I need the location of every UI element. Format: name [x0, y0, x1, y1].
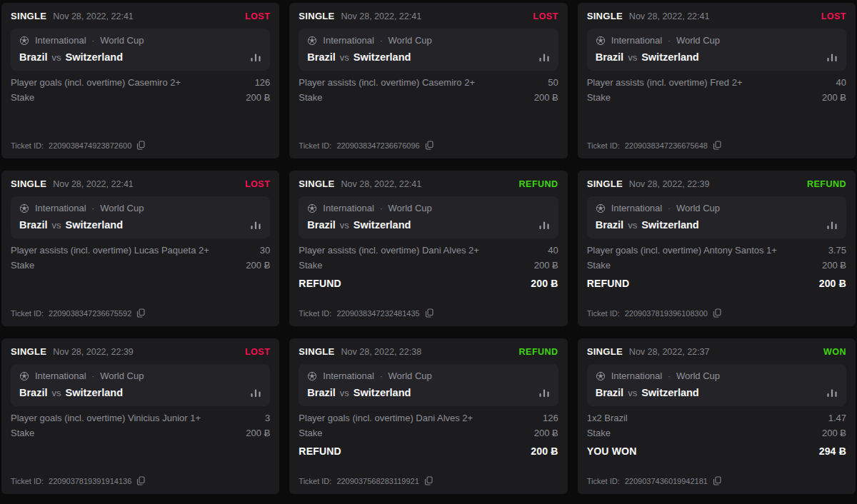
bet-selection-row: Player goals (incl. overtime) Dani Alves…: [299, 413, 558, 424]
stake-value: 200 Ƀ: [822, 93, 846, 104]
bet-timestamp: Nov 28, 2022, 22:39: [53, 347, 134, 357]
copy-icon[interactable]: [425, 141, 433, 150]
soccer-ball-icon: [307, 203, 317, 213]
match-stats-icon[interactable]: [250, 221, 261, 230]
ticket-id-value: 2209037568283119921: [336, 477, 419, 485]
match-box[interactable]: International · World Cup Brazil vs Swit…: [299, 364, 558, 406]
vs-label: vs: [340, 388, 349, 398]
match-box[interactable]: International · World Cup Brazil vs Swit…: [11, 364, 270, 406]
bet-card[interactable]: SINGLE Nov 28, 2022, 22:41 LOST Internat…: [1, 171, 279, 326]
match-stats-icon[interactable]: [250, 53, 261, 62]
vs-label: vs: [628, 220, 637, 231]
stake-label: Stake: [11, 261, 34, 271]
bet-details: Player goals (incl. overtime) Antony San…: [587, 246, 846, 289]
match-box[interactable]: International · World Cup Brazil vs Swit…: [587, 29, 846, 71]
bet-type-label: SINGLE: [11, 178, 46, 189]
ticket-id-label: Ticket ID:: [11, 141, 44, 150]
card-header: SINGLE Nov 28, 2022, 22:39 LOST: [11, 346, 270, 357]
bet-odds-value: 30: [260, 246, 270, 256]
bet-card[interactable]: SINGLE Nov 28, 2022, 22:38 REFUND Intern…: [289, 338, 567, 494]
match-box[interactable]: International · World Cup Brazil vs Swit…: [11, 29, 270, 71]
match-box[interactable]: International · World Cup Brazil vs Swit…: [587, 364, 846, 406]
match-box[interactable]: International · World Cup Brazil vs Swit…: [587, 196, 846, 238]
league-separator: ·: [380, 204, 383, 213]
vs-label: vs: [340, 52, 349, 63]
bet-odds-value: 126: [255, 78, 271, 89]
home-team: Brazil: [307, 387, 336, 398]
copy-icon[interactable]: [136, 476, 145, 485]
soccer-ball-icon: [307, 36, 317, 46]
stake-value: 200 Ƀ: [822, 428, 846, 439]
ticket-id-value: 2209037819396108300: [625, 309, 708, 318]
ticket-id-label: Ticket ID:: [587, 141, 620, 150]
result-label: YOU WON: [587, 445, 637, 457]
copy-icon[interactable]: [713, 141, 721, 150]
ticket-row: Ticket ID: 2209038474923872600: [11, 141, 270, 150]
league-separator: ·: [92, 372, 95, 380]
soccer-ball-icon: [19, 36, 29, 46]
card-header: SINGLE Nov 28, 2022, 22:41 REFUND: [299, 178, 558, 189]
result-row: REFUND 200 Ƀ: [299, 445, 558, 457]
copy-icon[interactable]: [424, 476, 433, 485]
result-value: 200 Ƀ: [531, 445, 558, 457]
match-stats-icon[interactable]: [538, 53, 550, 62]
match-box[interactable]: International · World Cup Brazil vs Swit…: [299, 196, 558, 238]
match-stats-icon[interactable]: [538, 388, 550, 398]
home-team: Brazil: [19, 219, 48, 231]
result-row: REFUND 200 Ƀ: [299, 278, 558, 289]
bet-type-label: SINGLE: [11, 11, 46, 21]
copy-icon[interactable]: [136, 141, 145, 150]
stake-row: Stake 200 Ƀ: [11, 428, 270, 439]
result-row: REFUND 200 Ƀ: [587, 278, 846, 289]
bet-odds-value: 1.47: [828, 413, 846, 424]
away-team: Switzerland: [354, 219, 411, 231]
status-badge: LOST: [821, 11, 846, 21]
soccer-ball-icon: [19, 203, 29, 213]
copy-icon[interactable]: [136, 308, 145, 318]
ticket-row: Ticket ID: 2209037819396108300: [587, 308, 846, 318]
match-box[interactable]: International · World Cup Brazil vs Swit…: [11, 196, 270, 238]
ticket-id-label: Ticket ID:: [11, 477, 44, 485]
league-region: International: [35, 203, 86, 213]
bet-card[interactable]: SINGLE Nov 28, 2022, 22:39 REFUND Intern…: [578, 171, 856, 326]
bet-selection-row: Player assists (incl. overtime) Lucas Pa…: [11, 246, 270, 256]
copy-icon[interactable]: [425, 308, 433, 318]
bet-card[interactable]: SINGLE Nov 28, 2022, 22:39 LOST Internat…: [1, 338, 279, 494]
bet-card[interactable]: SINGLE Nov 28, 2022, 22:37 WON Internati…: [578, 338, 856, 494]
card-header: SINGLE Nov 28, 2022, 22:41 LOST: [11, 178, 270, 189]
match-stats-icon[interactable]: [826, 221, 838, 230]
bet-card[interactable]: SINGLE Nov 28, 2022, 22:41 LOST Internat…: [289, 3, 567, 158]
league-separator: ·: [92, 204, 95, 213]
league-name: World Cup: [100, 371, 144, 381]
bet-selection-row: Player goals (incl. overtime) Vinicius J…: [11, 413, 270, 424]
bet-card[interactable]: SINGLE Nov 28, 2022, 22:41 LOST Internat…: [578, 3, 856, 158]
bet-card[interactable]: SINGLE Nov 28, 2022, 22:41 REFUND Intern…: [289, 171, 567, 326]
status-badge: REFUND: [519, 179, 558, 189]
ticket-row: Ticket ID: 2209037568283119921: [299, 476, 558, 485]
ticket-id-label: Ticket ID:: [587, 477, 620, 485]
bet-timestamp: Nov 28, 2022, 22:41: [341, 11, 422, 21]
stake-label: Stake: [299, 93, 322, 104]
league-row: International · World Cup: [307, 203, 549, 213]
away-team: Switzerland: [66, 387, 124, 398]
match-stats-icon[interactable]: [538, 221, 550, 230]
copy-icon[interactable]: [713, 476, 721, 485]
bet-type-label: SINGLE: [299, 178, 334, 189]
league-row: International · World Cup: [19, 35, 261, 46]
match-stats-icon[interactable]: [826, 53, 838, 62]
match-box[interactable]: International · World Cup Brazil vs Swit…: [299, 29, 558, 71]
stake-row: Stake 200 Ƀ: [587, 428, 846, 439]
copy-icon[interactable]: [713, 308, 721, 318]
bet-odds-value: 40: [548, 246, 558, 256]
status-badge: LOST: [245, 179, 270, 189]
vs-label: vs: [628, 388, 637, 398]
bet-card[interactable]: SINGLE Nov 28, 2022, 22:41 LOST Internat…: [1, 3, 279, 158]
match-stats-icon[interactable]: [250, 388, 261, 398]
card-header: SINGLE Nov 28, 2022, 22:41 LOST: [11, 11, 270, 21]
card-header: SINGLE Nov 28, 2022, 22:41 LOST: [587, 11, 846, 21]
league-name: World Cup: [676, 203, 720, 213]
match-stats-icon[interactable]: [826, 388, 838, 398]
bet-selection-row: Player goals (incl. overtime) Casemiro 2…: [11, 78, 270, 89]
vs-label: vs: [52, 220, 61, 231]
bet-type-label: SINGLE: [587, 11, 623, 21]
